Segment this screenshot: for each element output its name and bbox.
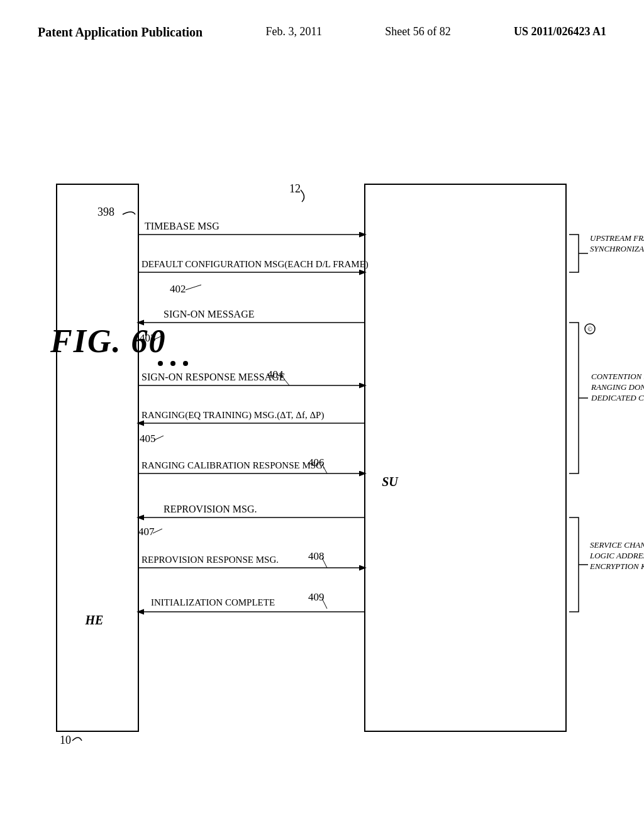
node12-label: 12 [289,182,301,195]
page-header: Patent Application Publication Feb. 3, 2… [0,0,644,52]
reprovision-msg-label: REPROVISION MSG. [164,504,257,514]
ref405-label: 405 [140,433,156,445]
svg-point-9 [183,361,188,366]
ref407-label: 407 [138,526,155,538]
service-channel-label2: LOGIC ADDRESS, [589,551,644,560]
contention-label2: RANGING DONE [591,382,644,392]
patent-number: US 2011/026423 A1 [514,25,606,38]
ranging-calib-label: RANGING CALIBRATION RESPONSE MSG. [142,460,325,470]
he-label: HE [85,613,104,627]
diagram-container: FIG. 60 HE SU 10 12 398 TIMEBASE MSG DEF… [0,58,644,800]
default-config-label: DEFAULT CONFIGURATION MSG(EACH D/L FRAME… [142,259,369,270]
service-channel-label3: ENCRYPTION KEY [589,562,644,571]
svg-rect-0 [57,184,138,731]
contention-label3: DEDICATED CH. [591,393,644,402]
upstream-frame-sync-label: UPSTREAM FRAME [590,233,644,243]
publication-title: Patent Application Publication [38,25,203,40]
publication-date: Feb. 3, 2011 [266,25,322,38]
service-channel-label1: SERVICE CHANNEL, [590,540,644,550]
init-complete-label: INITIALIZATION COMPLETE [151,597,275,607]
su-label: SU [382,475,399,489]
svg-line-19 [322,558,327,568]
sign-on-response-label: SIGN-ON RESPONSE MESSAGE [142,372,285,382]
sheet-info: Sheet 56 of 82 [385,25,450,38]
ref409-label: 409 [308,591,325,603]
svg-point-8 [170,361,175,366]
svg-line-4 [186,285,201,290]
sign-on-msg-label: SIGN-ON MESSAGE [164,309,254,319]
ref406-label: 406 [308,456,325,468]
reprovision-response-label: REPROVISION RESPONSE MSG. [142,555,279,565]
ref403-label: 403 [140,332,156,344]
timebase-msg-label: TIMEBASE MSG [145,221,219,231]
ref408-label: 408 [308,550,325,562]
upstream-sync-label2: SYNCHRONIZATION [590,244,644,253]
ref398-label: 398 [97,206,114,218]
svg-rect-1 [365,184,566,731]
svg-point-7 [158,361,163,366]
svg-line-21 [322,599,327,609]
ref402-label: 402 [170,283,186,295]
node10-label: 10 [60,734,71,746]
contention-label1: CONTENTION BASED [591,372,644,381]
circle-label: © [587,326,592,333]
ref404-label: 404 [267,368,284,380]
ranging-training-label: RANGING(EQ TRAINING) MSG.(ΔT, Δf, ΔP) [142,410,324,421]
